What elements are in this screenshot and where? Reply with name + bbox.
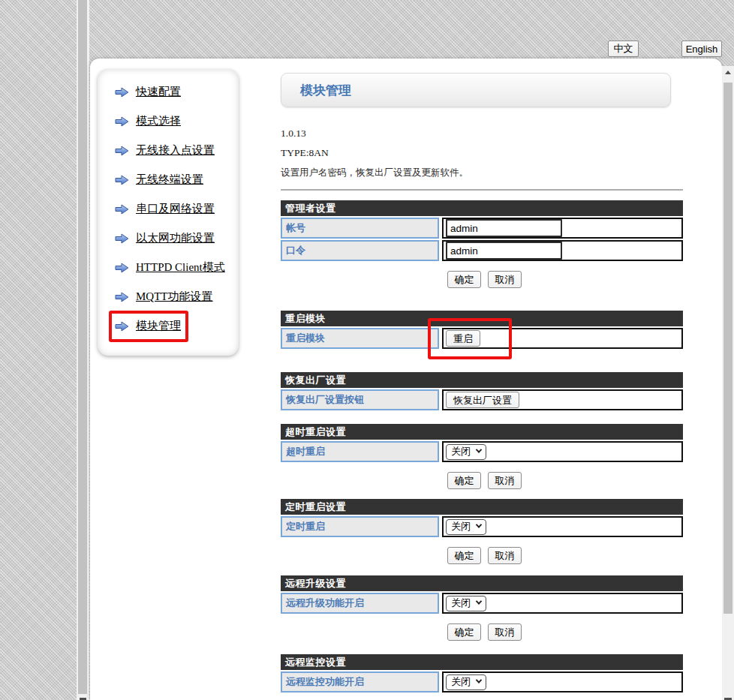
english-language-button[interactable]: English bbox=[681, 41, 722, 57]
table-row: 远程升级功能开启关闭 bbox=[281, 593, 683, 614]
row-control-cell bbox=[442, 218, 683, 239]
settings-section-3: 超时重启设置超时重启关闭确定取消 bbox=[281, 424, 683, 489]
arrow-icon bbox=[115, 116, 129, 127]
sidebar-item-3[interactable]: 无线终端设置 bbox=[98, 165, 239, 194]
arrow-icon bbox=[115, 204, 129, 215]
row-label: 帐号 bbox=[281, 218, 439, 239]
table-row: 超时重启关闭 bbox=[281, 441, 683, 462]
module-type: TYPE:8AN bbox=[281, 143, 683, 163]
cancel-button[interactable]: 取消 bbox=[488, 271, 522, 288]
action-buttons-row: 确定取消 bbox=[447, 547, 683, 564]
text-input[interactable] bbox=[446, 219, 562, 237]
row-label: 口令 bbox=[281, 240, 439, 261]
table-row: 远程监控功能开启关闭 bbox=[281, 671, 683, 692]
restart-button[interactable]: 重启 bbox=[446, 330, 480, 347]
sidebar-item-label[interactable]: 快速配置 bbox=[136, 85, 181, 99]
row-label: 定时重启 bbox=[281, 516, 439, 537]
row-label: 远程监控功能开启 bbox=[281, 671, 439, 692]
row-control-cell: 恢复出厂设置 bbox=[442, 389, 683, 410]
ok-button[interactable]: 确定 bbox=[447, 623, 481, 641]
row-control-cell: 重启 bbox=[442, 328, 683, 349]
select-value: 关闭 bbox=[451, 445, 471, 458]
left-frame-background bbox=[0, 0, 77, 700]
chevron-down-icon bbox=[476, 598, 482, 604]
row-label: 重启模块 bbox=[281, 328, 439, 349]
section-header: 远程监控设置 bbox=[281, 654, 683, 670]
sidebar-item-0[interactable]: 快速配置 bbox=[98, 77, 239, 107]
content-scrollbar-thumb[interactable] bbox=[723, 83, 732, 614]
row-label: 超时重启 bbox=[281, 441, 439, 462]
ok-button[interactable]: 确定 bbox=[447, 271, 481, 288]
chevron-down-icon bbox=[476, 521, 482, 527]
meta-block: 1.0.13 TYPE:8AN 设置用户名密码，恢复出厂设置及更新软件。 bbox=[281, 124, 683, 182]
settings-section-0: 管理者设置帐号口令确定取消 bbox=[281, 200, 683, 288]
chevron-down-icon bbox=[476, 677, 482, 683]
section-header: 恢复出厂设置 bbox=[281, 372, 683, 388]
sidebar-item-5[interactable]: 以太网功能设置 bbox=[98, 224, 239, 253]
sidebar-item-label[interactable]: 串口及网络设置 bbox=[136, 202, 215, 216]
sidebar-item-2[interactable]: 无线接入点设置 bbox=[98, 136, 239, 165]
cancel-button[interactable]: 取消 bbox=[488, 623, 522, 641]
page-title-banner: 模块管理 bbox=[281, 73, 671, 107]
dropdown-select[interactable]: 关闭 bbox=[446, 444, 486, 460]
arrow-icon bbox=[115, 233, 129, 244]
sidebar-item-4[interactable]: 串口及网络设置 bbox=[98, 194, 239, 224]
arrow-icon bbox=[115, 292, 129, 302]
settings-section-6: 远程监控设置远程监控功能开启关闭确定取消 bbox=[281, 654, 683, 700]
sidebar-item-label[interactable]: 以太网功能设置 bbox=[136, 231, 215, 245]
table-row: 重启模块重启 bbox=[281, 328, 683, 349]
factory-reset-button[interactable]: 恢复出厂设置 bbox=[446, 392, 519, 408]
sidebar-item-7[interactable]: MQTT功能设置 bbox=[98, 282, 239, 311]
section-header: 定时重启设置 bbox=[281, 499, 683, 515]
divider bbox=[281, 189, 683, 191]
text-input[interactable] bbox=[446, 242, 562, 260]
up-arrow-icon bbox=[725, 71, 731, 74]
row-control-cell bbox=[442, 240, 683, 261]
action-buttons-row: 确定取消 bbox=[447, 623, 683, 641]
sidebar-item-label[interactable]: HTTPD Client模式 bbox=[136, 260, 225, 275]
sidebar-item-label[interactable]: 模式选择 bbox=[136, 114, 181, 128]
sections: 管理者设置帐号口令确定取消重启模块重启模块重启恢复出厂设置恢复出厂设置按钮恢复出… bbox=[281, 200, 683, 700]
settings-section-5: 远程升级设置远程升级功能开启关闭确定取消 bbox=[281, 575, 683, 641]
dropdown-select[interactable]: 关闭 bbox=[446, 674, 486, 690]
dropdown-select[interactable]: 关闭 bbox=[446, 596, 486, 611]
settings-section-1: 重启模块重启模块重启 bbox=[281, 311, 683, 349]
left-frame-scrollbar[interactable] bbox=[77, 0, 89, 700]
action-buttons-row: 确定取消 bbox=[447, 271, 683, 288]
page-root: { "language_bar": { "chinese_label": "中文… bbox=[0, 0, 734, 700]
table-row: 帐号 bbox=[281, 218, 683, 239]
ok-button[interactable]: 确定 bbox=[447, 472, 481, 489]
section-header: 重启模块 bbox=[281, 311, 683, 326]
row-label: 远程升级功能开启 bbox=[281, 593, 439, 614]
sidebar-item-label[interactable]: 无线终端设置 bbox=[136, 173, 203, 187]
row-control-cell: 关闭 bbox=[442, 441, 683, 462]
sidebar-item-1[interactable]: 模式选择 bbox=[98, 107, 239, 136]
dropdown-select[interactable]: 关闭 bbox=[446, 519, 486, 535]
sidebar-menu: 快速配置模式选择无线接入点设置无线终端设置串口及网络设置以太网功能设置HTTPD… bbox=[98, 69, 239, 356]
table-row: 恢复出厂设置按钮恢复出厂设置 bbox=[281, 389, 683, 410]
settings-section-2: 恢复出厂设置恢复出厂设置按钮恢复出厂设置 bbox=[281, 372, 683, 410]
main-panel: 快速配置模式选择无线接入点设置无线终端设置串口及网络设置以太网功能设置HTTPD… bbox=[90, 59, 722, 700]
sidebar-item-8[interactable]: 模块管理 bbox=[98, 311, 239, 341]
sidebar-item-6[interactable]: HTTPD Client模式 bbox=[98, 253, 239, 282]
action-buttons-row: 确定取消 bbox=[447, 472, 683, 489]
cancel-button[interactable]: 取消 bbox=[488, 547, 522, 564]
ok-button[interactable]: 确定 bbox=[447, 547, 481, 564]
section-header: 远程升级设置 bbox=[281, 575, 683, 591]
firmware-version: 1.0.13 bbox=[281, 124, 683, 143]
content-column: 模块管理 1.0.13 TYPE:8AN 设置用户名密码，恢复出厂设置及更新软件… bbox=[281, 59, 683, 700]
sidebar-item-label[interactable]: 无线接入点设置 bbox=[136, 143, 215, 158]
sidebar-item-label[interactable]: MQTT功能设置 bbox=[136, 290, 213, 304]
settings-section-4: 定时重启设置定时重启关闭确定取消 bbox=[281, 499, 683, 564]
sidebar-item-label[interactable]: 模块管理 bbox=[136, 319, 181, 333]
scrollbar-up-button[interactable] bbox=[722, 66, 734, 79]
chevron-down-icon bbox=[476, 446, 482, 452]
row-control-cell: 关闭 bbox=[442, 593, 683, 614]
left-scrollbar-thumb[interactable] bbox=[78, 0, 87, 694]
sidebar-menu-list: 快速配置模式选择无线接入点设置无线终端设置串口及网络设置以太网功能设置HTTPD… bbox=[98, 77, 239, 341]
page-description: 设置用户名密码，恢复出厂设置及更新软件。 bbox=[281, 163, 683, 182]
content-scrollbar[interactable] bbox=[722, 66, 734, 700]
cancel-button[interactable]: 取消 bbox=[488, 472, 522, 489]
row-control-cell: 关闭 bbox=[442, 516, 683, 537]
chinese-language-button[interactable]: 中文 bbox=[608, 41, 639, 57]
